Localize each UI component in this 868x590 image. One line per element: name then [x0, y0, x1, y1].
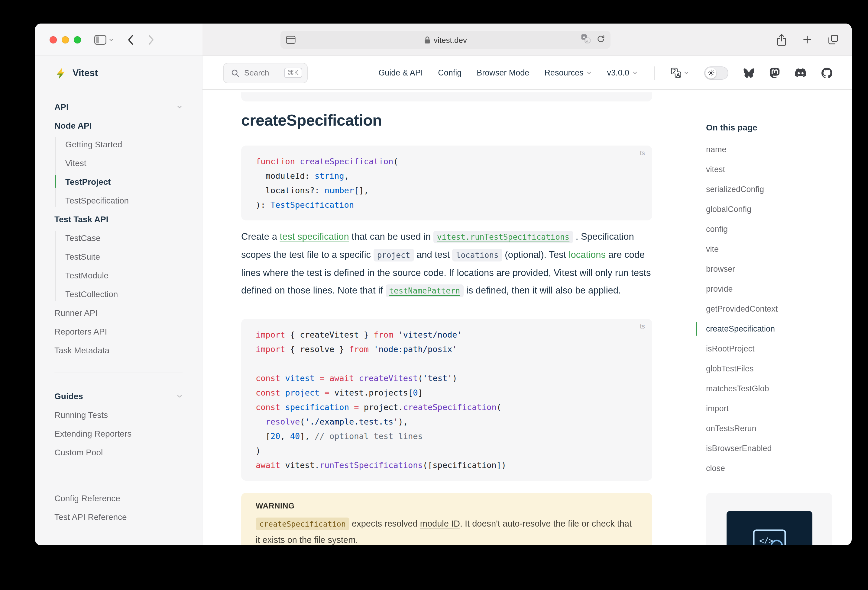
reload-icon[interactable]	[596, 34, 605, 46]
toc-item[interactable]: isRootProject	[706, 339, 833, 359]
toc-item[interactable]: createSpecification	[706, 319, 833, 339]
nav-link[interactable]: v3.0.0	[607, 68, 638, 77]
text-segment: that can be used in	[349, 231, 433, 241]
sidebar-item[interactable]: Extending Reporters	[55, 424, 183, 443]
sidebar-top-links: Runner APIReporters APITask Metadata	[55, 303, 183, 359]
minimize-window-button[interactable]	[62, 36, 69, 43]
text-segment: (optional). Test	[502, 249, 569, 260]
sidebar-item[interactable]: Custom Pool	[55, 443, 183, 461]
toc-item[interactable]: globTestFiles	[706, 359, 833, 379]
sidebar-menu-chevron[interactable]	[109, 37, 114, 42]
language-menu-button[interactable]	[671, 68, 689, 78]
bluesky-icon	[744, 68, 754, 78]
sidebar-item[interactable]: TestModule	[65, 266, 183, 284]
warning-title: WARNING	[256, 501, 638, 511]
sidebar-item[interactable]: Getting Started	[65, 135, 183, 153]
sidebar-item[interactable]: Vitest	[65, 153, 183, 172]
forward-button[interactable]	[148, 34, 155, 45]
sidebar-item[interactable]: TestSuite	[65, 247, 183, 266]
nav-link[interactable]: Browser Mode	[477, 68, 529, 77]
sidebar-section-api[interactable]: API	[55, 97, 183, 116]
nav-link[interactable]: Guide & API	[378, 68, 423, 77]
sidebar-item[interactable]: TestProject	[65, 172, 183, 191]
theme-toggle[interactable]	[704, 66, 728, 79]
code-language-label: ts	[640, 149, 645, 156]
new-tab-button[interactable]	[802, 34, 812, 45]
titlebar-right	[777, 24, 838, 56]
doc-content: createSpecification ts function createSp…	[241, 90, 652, 545]
sidebar-item[interactable]: TestCase	[65, 228, 183, 247]
doc-link[interactable]: test specification	[280, 231, 349, 241]
toc-title: On this page	[706, 121, 833, 134]
toc-item[interactable]: provide	[706, 279, 833, 299]
docs-sidebar: Vitest API Node API Getting StartedVites…	[35, 56, 202, 545]
share-button[interactable]	[777, 34, 787, 46]
sidebar-section-guides-label: Guides	[55, 391, 83, 401]
doc-link[interactable]: testNamePattern	[385, 284, 464, 297]
github-link[interactable]	[821, 67, 833, 78]
sidebar-item[interactable]: Runner API	[55, 303, 183, 322]
doc-link[interactable]: vitest.runTestSpecifications	[433, 231, 573, 243]
text-segment: Create a	[241, 231, 280, 241]
translate-icon[interactable]: Aa	[581, 34, 590, 46]
toc-item[interactable]: isBrowserEnabled	[706, 438, 833, 458]
sponsor-ad-card[interactable]: </>	[706, 493, 833, 545]
url-text: vitest.dev	[434, 35, 467, 44]
right-aside: On this page namevitestserializedConfigg…	[696, 90, 833, 545]
traffic-lights	[50, 36, 81, 43]
titlebar-left	[35, 24, 202, 56]
bluesky-link[interactable]	[744, 68, 754, 78]
tab-overview-button[interactable]	[828, 34, 838, 45]
brand-home-link[interactable]: Vitest	[55, 56, 183, 90]
address-bar[interactable]: vitest.dev Aa	[280, 31, 611, 49]
toc-items: namevitestserializedConfigglobalConfigco…	[706, 140, 833, 478]
back-button[interactable]	[127, 34, 134, 45]
toc-item[interactable]: browser	[706, 259, 833, 279]
toc-item[interactable]: import	[706, 399, 833, 418]
toc-item[interactable]: close	[706, 458, 833, 478]
toc-item[interactable]: vitest	[706, 159, 833, 180]
discord-link[interactable]	[795, 68, 806, 77]
sidebar-item[interactable]: Running Tests	[55, 405, 183, 424]
sidebar-item[interactable]: TestCollection	[65, 284, 183, 303]
code-lines: import { createVitest } from 'vitest/nod…	[256, 327, 638, 472]
sidebar-group-test-task-api: Test Task API	[55, 210, 183, 228]
code-lines: function createSpecification( moduleId: …	[256, 154, 638, 212]
sidebar-toggle-button[interactable]	[94, 35, 106, 44]
toc-item[interactable]: config	[706, 219, 833, 239]
sidebar-item[interactable]: Config Reference	[55, 488, 183, 507]
sidebar-bottom-links: Config ReferenceTest API Reference	[55, 488, 183, 526]
sidebar-section-guides[interactable]: Guides	[55, 387, 183, 405]
chevron-down-icon	[177, 393, 183, 399]
mastodon-link[interactable]	[769, 67, 780, 78]
sponsor-ad-image: </>	[726, 511, 812, 545]
previous-code-block-clipped	[241, 93, 652, 102]
sidebar-item[interactable]: Test API Reference	[55, 507, 183, 526]
toc-item[interactable]: vite	[706, 239, 833, 259]
zoom-window-button[interactable]	[74, 36, 81, 43]
toc-item[interactable]: getProvidedContext	[706, 299, 833, 319]
toc-item[interactable]: matchesTestGlob	[706, 379, 833, 399]
table-of-contents: On this page namevitestserializedConfigg…	[696, 121, 833, 478]
doc-link[interactable]: locations	[569, 249, 606, 260]
text-segment: and test	[414, 249, 452, 260]
toc-item[interactable]: onTestsRerun	[706, 418, 833, 438]
nav-link[interactable]: Resources	[544, 68, 592, 77]
nav-link[interactable]: Config	[438, 68, 462, 77]
close-window-button[interactable]	[50, 36, 57, 43]
sidebar-content: API Node API Getting StartedVitestTestPr…	[55, 90, 183, 526]
toc-item[interactable]: globalConfig	[706, 199, 833, 219]
search-button[interactable]: Search ⌘K	[223, 62, 308, 83]
doc-link[interactable]: module ID	[420, 519, 460, 528]
toc-item[interactable]: serializedConfig	[706, 180, 833, 199]
example-code-block: ts import { createVitest } from 'vitest/…	[241, 319, 652, 481]
page-settings-icon[interactable]	[286, 35, 295, 47]
sidebar-item[interactable]: Reporters API	[55, 322, 183, 341]
sidebar-item[interactable]: Task Metadata	[55, 341, 183, 359]
sidebar-item[interactable]: TestSpecification	[65, 191, 183, 210]
discord-icon	[795, 68, 806, 77]
search-label: Search	[244, 68, 279, 77]
docs-navbar: Search ⌘K Guide & API	[202, 56, 852, 90]
toc-item[interactable]: name	[706, 140, 833, 159]
main-area: Search ⌘K Guide & API	[202, 56, 852, 545]
